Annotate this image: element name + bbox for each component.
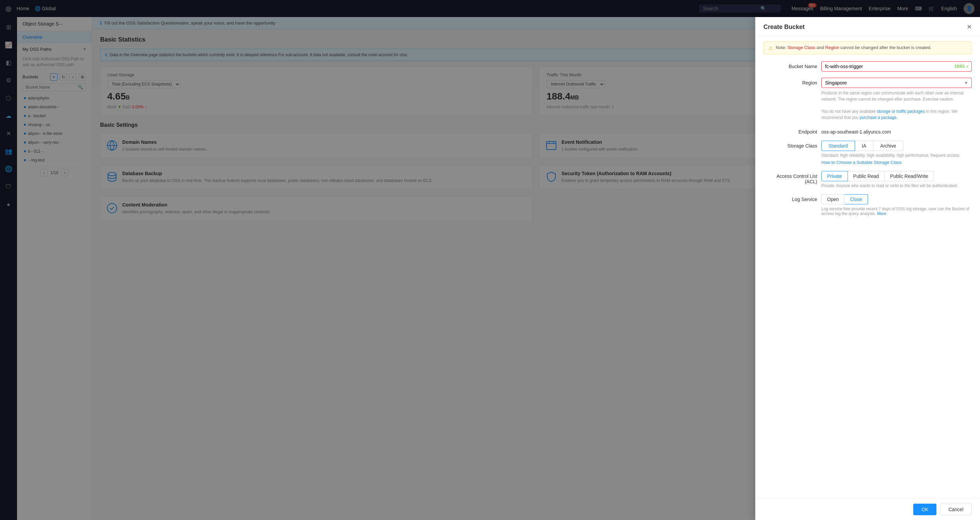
bucket-name-input[interactable] — [821, 61, 972, 72]
note-storage-class-link[interactable]: Storage Class — [788, 45, 816, 50]
log-open-button[interactable]: Open — [821, 194, 845, 204]
region-row: Region Singapore ▼ Products in the same … — [764, 78, 972, 121]
modal-body: ⚠ Note: Storage Class and Region cannot … — [755, 36, 980, 499]
log-desc: Log service free provide recent 7 days o… — [821, 206, 972, 216]
endpoint-label: Endpoint — [764, 127, 821, 135]
region-note: Products in the same region can communic… — [821, 90, 972, 121]
acl-control: Private Public Read Public Read/Write Pr… — [821, 171, 972, 188]
log-service-row: Log Service Open Close Log service free … — [764, 194, 972, 216]
log-more-link[interactable]: More — [877, 211, 886, 216]
bucket-name-label: Bucket Name — [764, 61, 821, 69]
char-count: 19/63 ✓ — [955, 64, 969, 69]
modal-footer: OK Cancel — [755, 499, 980, 520]
acl-options: Private Public Read Public Read/Write — [821, 171, 972, 181]
storage-packages-link[interactable]: storage or traffic packages — [877, 109, 925, 114]
bucket-name-row: Bucket Name 19/63 ✓ — [764, 61, 972, 72]
endpoint-row: Endpoint oss-ap-southeast-1.aliyuncs.com — [764, 127, 972, 135]
storage-class-row: Storage Class Standard IA Archive Standa… — [764, 141, 972, 165]
region-select-wrapper: Singapore ▼ — [821, 78, 972, 88]
log-options: Open Close — [821, 194, 972, 204]
bucket-name-input-wrapper: 19/63 ✓ — [821, 61, 972, 72]
storage-class-label: Storage Class — [764, 141, 821, 148]
acl-public-rw-button[interactable]: Public Read/Write — [885, 171, 934, 181]
storage-desc: Standard: high reliability, high availab… — [821, 153, 972, 158]
modal-header: Create Bucket ✕ — [755, 17, 980, 36]
storage-class-help-link[interactable]: How to Choose a Suitable Storage Class — [821, 160, 972, 165]
storage-options: Standard IA Archive — [821, 141, 972, 151]
storage-class-control: Standard IA Archive Standard: high relia… — [821, 141, 972, 165]
endpoint-value: oss-ap-southeast-1.aliyuncs.com — [821, 127, 972, 135]
acl-row: Access Control List(ACL) Private Public … — [764, 171, 972, 188]
storage-archive-button[interactable]: Archive — [873, 141, 904, 151]
acl-private-button[interactable]: Private — [821, 171, 848, 181]
create-bucket-modal: Create Bucket ✕ ⚠ Note: Storage Class an… — [755, 17, 980, 520]
ok-button[interactable]: OK — [913, 504, 936, 515]
acl-label: Access Control List(ACL) — [764, 171, 821, 184]
log-service-label: Log Service — [764, 194, 821, 202]
purchase-package-link[interactable]: purchase a package. — [860, 115, 897, 120]
modal-close-button[interactable]: ✕ — [967, 23, 972, 31]
storage-standard-button[interactable]: Standard — [821, 141, 855, 151]
modal-title: Create Bucket — [764, 24, 805, 31]
region-label: Region — [764, 78, 821, 86]
acl-public-read-button[interactable]: Public Read — [848, 171, 885, 181]
cancel-button[interactable]: Cancel — [940, 504, 972, 515]
bucket-name-control: 19/63 ✓ — [821, 61, 972, 72]
region-select[interactable]: Singapore — [821, 78, 972, 88]
log-service-control: Open Close Log service free provide rece… — [821, 194, 972, 216]
note-content: Note: Storage Class and Region cannot be… — [776, 45, 931, 51]
log-close-button[interactable]: Close — [845, 194, 868, 204]
acl-desc: Private: Anyone who wants to read or wri… — [821, 183, 972, 188]
note-box: ⚠ Note: Storage Class and Region cannot … — [764, 41, 972, 54]
warning-icon: ⚠ — [768, 45, 773, 51]
storage-ia-button[interactable]: IA — [855, 141, 873, 151]
region-control: Singapore ▼ Products in the same region … — [821, 78, 972, 121]
endpoint-control: oss-ap-southeast-1.aliyuncs.com — [821, 127, 972, 135]
note-region-link[interactable]: Region — [825, 45, 839, 50]
